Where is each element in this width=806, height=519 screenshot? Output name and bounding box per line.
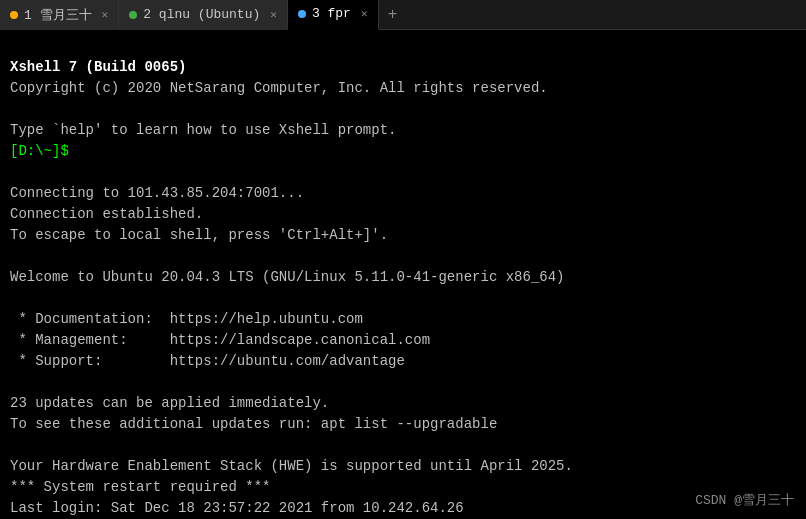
updates-hint: To see these additional updates run: apt… [10, 416, 497, 432]
connection-established: Connection established. [10, 206, 203, 222]
tab-1-close[interactable]: ✕ [102, 8, 109, 21]
tab-bar: 1 雪月三十 ✕ 2 qlnu (Ubuntu) ✕ 3 fpr ✕ + [0, 0, 806, 30]
mgmt-line: * Management: https://landscape.canonica… [10, 332, 430, 348]
last-login-line: Last login: Sat Dec 18 23:57:22 2021 fro… [10, 500, 464, 516]
tab-3-label: 3 fpr [312, 6, 351, 21]
escape-hint: To escape to local shell, press 'Ctrl+Al… [10, 227, 388, 243]
connecting-line: Connecting to 101.43.85.204:7001... [10, 185, 304, 201]
tab-2-label: 2 qlnu (Ubuntu) [143, 7, 260, 22]
local-prompt: [D:\~]$ [10, 143, 69, 159]
hwe-line: Your Hardware Enablement Stack (HWE) is … [10, 458, 573, 474]
terminal-output: Xshell 7 (Build 0065) Copyright (c) 2020… [0, 30, 806, 519]
xshell-version: Xshell 7 (Build 0065) [10, 59, 186, 75]
support-line: * Support: https://ubuntu.com/advantage [10, 353, 405, 369]
new-tab-button[interactable]: + [379, 0, 407, 30]
watermark: CSDN @雪月三十 [695, 491, 794, 509]
tab-2-close[interactable]: ✕ [270, 8, 277, 21]
help-line: Type `help' to learn how to use Xshell p… [10, 122, 396, 138]
tab-1-label: 1 雪月三十 [24, 6, 92, 24]
updates-line: 23 updates can be applied immediately. [10, 395, 329, 411]
doc-line: * Documentation: https://help.ubuntu.com [10, 311, 363, 327]
tab-2-dot [129, 11, 137, 19]
copyright-line: Copyright (c) 2020 NetSarang Computer, I… [10, 80, 548, 96]
tab-3-close[interactable]: ✕ [361, 7, 368, 20]
tab-2[interactable]: 2 qlnu (Ubuntu) ✕ [119, 0, 288, 30]
tab-1[interactable]: 1 雪月三十 ✕ [0, 0, 119, 30]
welcome-line: Welcome to Ubuntu 20.04.3 LTS (GNU/Linux… [10, 269, 565, 285]
tab-3-dot [298, 10, 306, 18]
tab-3[interactable]: 3 fpr ✕ [288, 0, 379, 30]
tab-1-dot [10, 11, 18, 19]
restart-line: *** System restart required *** [10, 479, 270, 495]
